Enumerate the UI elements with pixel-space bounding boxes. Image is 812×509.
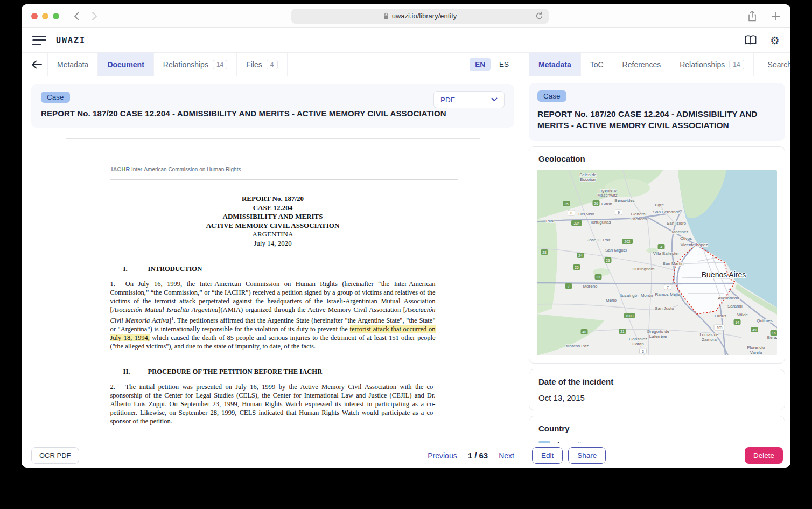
minimize-window-button[interactable]: [42, 13, 48, 19]
svg-text:4: 4: [660, 245, 662, 249]
svg-text:25: 25: [575, 266, 579, 269]
tab-metadata[interactable]: Metadata: [47, 53, 98, 76]
map-place-label: IngenieroMaschwitz: [597, 188, 617, 198]
sidebar-tab-relationships[interactable]: Relationships14: [670, 53, 753, 76]
map-place-label: Del Viso: [578, 212, 594, 217]
browser-window: uwazi.io/library/entity UWAZI ⚙ Metadata: [22, 4, 790, 468]
map-place-label: San Miguel: [605, 248, 627, 253]
sidebar-entity-type-badge: Case: [537, 90, 566, 102]
map-place-label: Merlo: [606, 298, 617, 303]
svg-text:202: 202: [624, 240, 630, 243]
relationships-count-badge: 14: [213, 60, 227, 69]
map-place-label: Avellaneda: [718, 296, 739, 301]
svg-text:8: 8: [570, 211, 572, 215]
svg-text:24: 24: [578, 254, 583, 257]
address-bar[interactable]: uwazi.io/library/entity: [291, 9, 549, 24]
entity-type-badge: Case: [41, 92, 70, 103]
pdf-paragraph-1: 1. On July 16, 1999, the Inter-American …: [110, 280, 436, 351]
date-field-value: Oct 13, 2015: [537, 393, 777, 402]
map-place-label: Ituzaingó: [620, 293, 638, 298]
map-place-label: Moreno: [583, 284, 598, 289]
map-place-label: Garín: [601, 201, 612, 206]
map-place-label: Hurlingham: [633, 267, 655, 271]
pdf-section-2: II.PROCEDURE OF THE PETITION BEFORE THE …: [110, 368, 436, 376]
svg-text:49: 49: [752, 328, 757, 332]
map-place-label: Tortuguitas: [590, 220, 611, 225]
map-place-label: Wilde: [737, 312, 748, 317]
map-place-label: San Isidro: [667, 221, 687, 226]
date-field-label: Date of the incident: [537, 377, 777, 386]
map-place-label: Marcos Paz: [566, 344, 589, 348]
app-logo: UWAZI: [56, 36, 86, 45]
document-header-card: Case REPORT No. 187/20 CASE 12.204 - ADM…: [31, 84, 514, 128]
zoom-window-button[interactable]: [53, 13, 59, 19]
format-dropdown[interactable]: PDF: [433, 91, 505, 108]
files-count-badge: 4: [267, 60, 278, 69]
sidebar-toolbar: Edit Share Delete: [524, 443, 790, 468]
svg-text:3: 3: [642, 350, 644, 353]
browser-chrome: uwazi.io/library/entity: [22, 4, 790, 28]
language-en-button[interactable]: EN: [470, 58, 491, 71]
back-arrow-icon[interactable]: [31, 60, 42, 69]
plus-icon[interactable]: [771, 11, 781, 21]
map-place-label: San Fernando: [653, 210, 681, 214]
hamburger-menu-icon[interactable]: [32, 36, 46, 45]
map-place-label: Belén deEscobar: [579, 172, 597, 182]
geolocation-map[interactable]: 2526234202428242325237100321144049168973…: [537, 170, 777, 355]
geolocation-label: Geolocation: [537, 154, 777, 163]
back-chevron-icon[interactable]: [73, 11, 80, 21]
previous-page-button[interactable]: Previous: [428, 451, 457, 460]
ocr-pdf-button[interactable]: OCR PDF: [31, 447, 79, 464]
map-place-label: Villa Ballester: [653, 251, 680, 256]
pdf-viewer[interactable]: IACHR Inter-American Commission on Human…: [22, 133, 524, 443]
delete-button[interactable]: Delete: [745, 447, 783, 464]
map-place-label: Berazategui: [767, 335, 777, 340]
next-page-button[interactable]: Next: [499, 451, 514, 460]
edit-button[interactable]: Edit: [532, 447, 563, 464]
map-place-label: Lanús: [715, 313, 726, 318]
document-tabbar: Metadata Document Relationships14 Files4…: [22, 53, 524, 76]
pdf-divider: [110, 179, 458, 180]
map-place-label: Benavidez: [614, 198, 634, 203]
svg-text:26: 26: [594, 201, 598, 205]
map-place-label: Olivos: [680, 236, 692, 241]
svg-text:7: 7: [667, 285, 669, 289]
tab-files[interactable]: Files4: [237, 53, 287, 76]
svg-text:25: 25: [564, 202, 569, 206]
share-button[interactable]: Share: [568, 447, 606, 464]
map-place-label: Martinez: [672, 229, 689, 234]
window-controls: [31, 13, 59, 19]
sidebar-tab-toc[interactable]: ToC: [581, 53, 613, 76]
country-field-card: Country Argentina: [529, 416, 785, 443]
svg-text:40: 40: [582, 330, 586, 334]
sidebar-tabbar: Metadata ToC References Relationships14 …: [524, 53, 790, 76]
map-place-label: Lomas deZamora: [699, 332, 719, 342]
sidebar-tab-search[interactable]: Search: [754, 53, 790, 76]
map-place-label: José C. Paz: [587, 238, 610, 242]
forward-chevron-icon[interactable]: [92, 11, 98, 21]
geolocation-card: Geolocation: [529, 146, 785, 364]
close-window-button[interactable]: [31, 13, 38, 19]
svg-text:23: 23: [606, 259, 610, 262]
sidebar-title-card: Case REPORT No. 187/20 CASE 12.204 - ADM…: [529, 83, 785, 141]
sidebar-tab-references[interactable]: References: [613, 53, 671, 76]
svg-text:14: 14: [735, 320, 739, 324]
pdf-section-1: I.INTRODUCTION: [110, 265, 436, 273]
document-panel: Metadata Document Relationships14 Files4…: [22, 53, 524, 468]
language-es-button[interactable]: ES: [494, 58, 514, 71]
pdf-paragraph-2: 2. The initial petition was presented on…: [110, 383, 436, 426]
url-text: uwazi.io/library/entity: [392, 12, 457, 20]
svg-text:23: 23: [596, 275, 600, 279]
gear-icon[interactable]: ⚙: [770, 35, 780, 46]
share-icon[interactable]: [747, 10, 757, 22]
sidebar-tab-metadata[interactable]: Metadata: [529, 53, 581, 76]
tab-document[interactable]: Document: [98, 53, 153, 76]
tab-relationships[interactable]: Relationships14: [154, 53, 237, 76]
book-icon[interactable]: [744, 34, 757, 46]
map-place-label: Gregorio deLaferrère: [647, 329, 670, 339]
svg-text:1003: 1003: [626, 314, 634, 318]
sidebar-content[interactable]: Case REPORT No. 187/20 CASE 12.204 - ADM…: [524, 76, 790, 443]
map-place-label: Pilar: [546, 219, 555, 224]
reload-icon[interactable]: [535, 11, 544, 20]
svg-text:234: 234: [573, 221, 579, 225]
